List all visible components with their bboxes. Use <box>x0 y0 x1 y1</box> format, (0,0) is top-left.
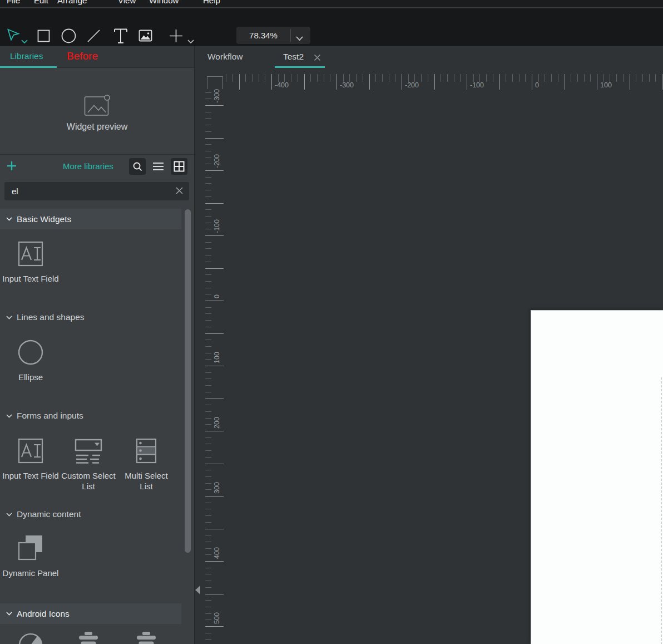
chevron-down-icon <box>21 40 28 44</box>
image-tool-button[interactable] <box>138 30 152 44</box>
tab-test2[interactable]: Test2 <box>283 52 304 62</box>
library-item-trash[interactable] <box>117 632 175 644</box>
image-icon <box>138 30 152 42</box>
input-text-field-icon <box>17 240 44 267</box>
plus-icon <box>169 28 184 43</box>
grid-icon <box>174 161 185 172</box>
chevron-down-icon <box>187 40 194 44</box>
menu-edit[interactable]: Edit <box>34 0 48 6</box>
panel-tab-bar: Libraries Before <box>0 46 194 68</box>
section-label: Lines and shapes <box>17 312 85 322</box>
multi-select-list-icon <box>135 437 157 464</box>
select-arrow-icon <box>7 28 21 42</box>
library-item-multi-select-list[interactable]: Multi Select List <box>117 437 175 491</box>
section-label: Dynamic content <box>17 509 81 519</box>
line-icon <box>87 29 101 43</box>
add-widget-dropdown[interactable] <box>187 36 194 46</box>
chevron-down-icon <box>6 414 12 418</box>
library-item-custom-select-list[interactable]: Custom Select List <box>60 437 117 491</box>
ruler-origin-corner <box>207 76 223 89</box>
rectangle-tool-button[interactable] <box>37 30 50 45</box>
section-label: Basic Widgets <box>17 214 71 224</box>
panel-scrollbar-thumb[interactable] <box>185 209 191 553</box>
zoom-control[interactable]: 78.34% <box>236 27 310 44</box>
section-header-lines-and-shapes[interactable]: Lines and shapes <box>0 312 181 323</box>
widget-preview-label: Widget preview <box>0 122 194 132</box>
active-tab-indicator <box>0 66 57 68</box>
library-item-label: Custom Select List <box>60 471 117 491</box>
search-button[interactable] <box>129 158 146 175</box>
input-text-field-icon <box>17 437 44 464</box>
panel-collapse-arrow[interactable] <box>195 586 200 594</box>
library-item-input-text-field[interactable]: Input Text Field <box>2 437 60 491</box>
library-item-label: Input Text Field <box>2 274 60 284</box>
circle-icon <box>61 28 76 43</box>
section-label: Android Icons <box>17 609 70 619</box>
library-item-label: Dynamic Panel <box>2 568 60 579</box>
section-header-dynamic-content[interactable]: Dynamic content <box>0 509 181 520</box>
divider <box>290 29 291 42</box>
clear-search-icon[interactable] <box>175 186 184 197</box>
section-items-row: Input Text FieldCustom Select ListMulti … <box>2 437 181 491</box>
section-items-row: Ellipse <box>2 339 181 383</box>
close-icon <box>314 54 321 61</box>
guide-line <box>661 377 662 644</box>
library-item-input-text-field[interactable]: Input Text Field <box>2 240 60 284</box>
library-item-ellipse[interactable]: Ellipse <box>2 339 60 383</box>
menu-arrange[interactable]: Arrange <box>57 0 87 6</box>
section-items-row <box>2 632 181 644</box>
search-input[interactable] <box>4 182 189 200</box>
list-view-button[interactable] <box>150 158 166 175</box>
library-item-label: Ellipse <box>2 372 60 383</box>
ellipse-icon <box>18 339 43 366</box>
menu-view[interactable]: View <box>118 0 136 6</box>
grid-view-button[interactable] <box>171 158 187 175</box>
search-icon <box>132 161 142 171</box>
dynamic-panel-icon <box>17 535 44 562</box>
zoom-level-value: 78.34% <box>236 27 290 44</box>
clock-pie-icon <box>18 632 43 644</box>
select-tool-button[interactable] <box>7 28 21 44</box>
libraries-panel: Libraries Before Widget preview More lib… <box>0 46 194 644</box>
library-item-label: Multi Select List <box>117 471 175 491</box>
canvas-area[interactable]: Workflow Test2 -400-300-200-1000100 -300… <box>194 46 663 644</box>
tab-libraries[interactable]: Libraries <box>10 51 43 61</box>
chevron-down-icon <box>6 217 12 221</box>
tab-workflow[interactable]: Workflow <box>207 52 243 62</box>
chevron-down-icon <box>6 612 12 616</box>
menu-window[interactable]: Window <box>149 0 179 6</box>
zoom-dropdown-button[interactable] <box>296 33 303 43</box>
library-item-clock-pie[interactable] <box>2 632 60 644</box>
library-item-label: Input Text Field <box>2 471 60 481</box>
plus-icon <box>7 161 17 171</box>
more-libraries-link[interactable]: More libraries <box>63 161 113 171</box>
library-item-trash[interactable] <box>60 632 117 644</box>
rectangle-icon <box>37 30 50 42</box>
select-tool-dropdown[interactable] <box>21 36 28 46</box>
library-item-dynamic-panel[interactable]: Dynamic Panel <box>2 535 60 579</box>
section-header-basic-widgets[interactable]: Basic Widgets <box>0 209 181 229</box>
trash-icon <box>135 632 157 644</box>
section-label: Forms and inputs <box>17 411 83 421</box>
menu-file[interactable]: File <box>7 0 20 6</box>
artboard[interactable] <box>531 310 663 644</box>
add-widget-tool-button[interactable] <box>169 28 184 46</box>
widget-preview-image-icon <box>84 95 110 119</box>
trash-icon <box>77 632 100 644</box>
menu-help[interactable]: Help <box>203 0 220 6</box>
section-header-forms-and-inputs[interactable]: Forms and inputs <box>0 410 181 421</box>
text-tool-button[interactable] <box>113 28 128 47</box>
close-tab-icon[interactable] <box>314 53 321 63</box>
add-library-button[interactable] <box>7 161 17 173</box>
section-header-android-icons[interactable]: Android Icons <box>0 603 181 624</box>
list-icon <box>152 162 164 171</box>
chevron-down-icon <box>6 513 12 517</box>
section-items-row: Input Text Field <box>2 240 181 284</box>
line-tool-button[interactable] <box>87 29 101 45</box>
annotation-before-label: Before <box>67 50 98 62</box>
active-tab-indicator <box>275 66 325 68</box>
close-icon <box>175 186 184 195</box>
chevron-down-icon <box>6 316 12 319</box>
ellipse-tool-button[interactable] <box>61 28 76 46</box>
text-tool-icon <box>113 28 128 45</box>
